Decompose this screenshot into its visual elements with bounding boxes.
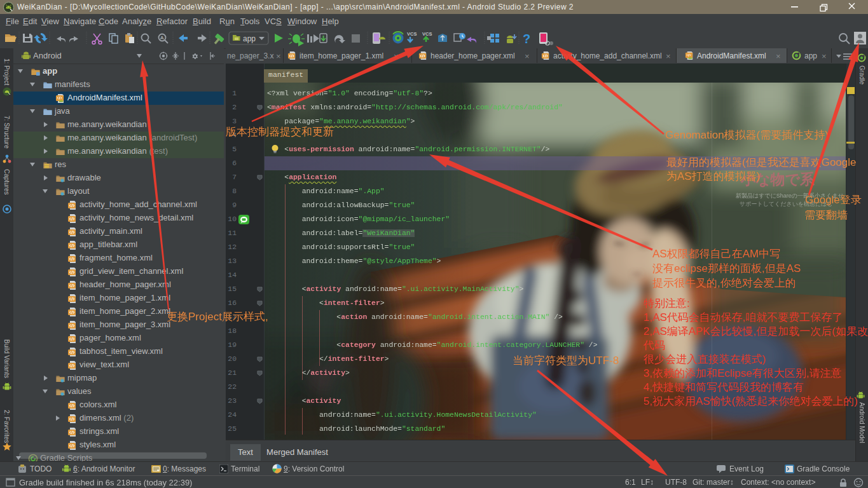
svg-text:VCS: VCS <box>422 31 432 37</box>
svg-text:?: ? <box>523 32 530 46</box>
svg-text:app: app <box>243 34 256 43</box>
svg-text:A: A <box>160 35 164 41</box>
svg-text:VCS: VCS <box>407 31 417 37</box>
